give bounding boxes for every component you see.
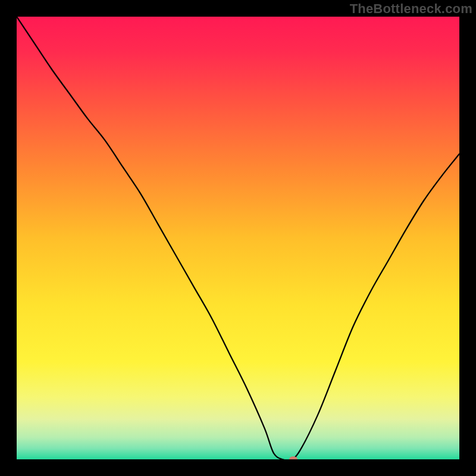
chart-frame: TheBottleneck.com [0, 0, 476, 476]
watermark-text: TheBottleneck.com [350, 1, 472, 17]
plot-area [17, 17, 459, 459]
chart-svg [17, 17, 459, 459]
gradient-background [17, 17, 459, 459]
